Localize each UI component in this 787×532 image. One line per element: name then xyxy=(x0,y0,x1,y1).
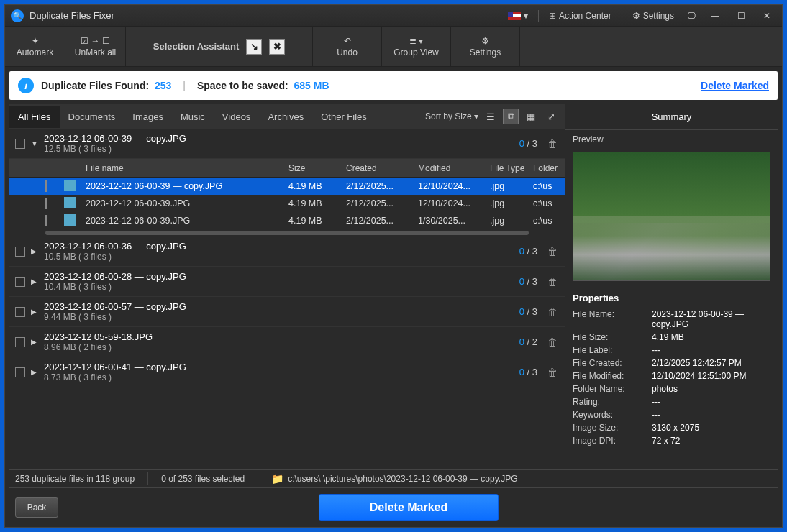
preview-image xyxy=(573,152,770,281)
image-file-icon xyxy=(64,197,76,208)
delete-marked-button[interactable]: Delete Marked xyxy=(319,494,499,521)
group-title: 2023-12-12 06-00-28 — copy.JPG xyxy=(44,271,514,282)
caret-icon[interactable]: ▶ xyxy=(31,338,38,346)
selection-assistant-btn2[interactable]: ✖ xyxy=(269,39,285,55)
minimize-button[interactable]: — xyxy=(706,9,724,22)
caret-icon[interactable]: ▶ xyxy=(31,247,38,255)
caret-icon[interactable]: ▶ xyxy=(31,278,38,285)
trash-icon[interactable]: 🗑 xyxy=(547,276,559,288)
group-header[interactable]: ▼ 2023-12-12 06-00-39 — copy.JPG 12.5 MB… xyxy=(9,129,565,159)
caret-icon[interactable]: ▶ xyxy=(31,368,38,376)
group-checkbox[interactable] xyxy=(15,247,25,257)
properties-title: Properties xyxy=(565,288,778,308)
app-logo-icon xyxy=(11,9,24,22)
group-checkbox[interactable] xyxy=(15,277,25,287)
group-sub: 12.5 MB ( 3 files ) xyxy=(44,144,514,154)
file-type: .jpg xyxy=(490,181,533,191)
summary-bar: i Duplicate Files Found: 253 | Space to … xyxy=(9,71,778,100)
group-sub: 10.5 MB ( 3 files ) xyxy=(44,252,514,262)
fullscreen-icon[interactable]: ⤢ xyxy=(543,109,559,124)
file-modified: 12/10/2024... xyxy=(418,181,490,191)
settings-button[interactable]: ⚙ Settings xyxy=(451,27,520,67)
tab-images[interactable]: Images xyxy=(124,106,172,128)
unmark-all-button[interactable]: ☑ → ☐ UnMark all xyxy=(65,27,126,67)
tab-other-files[interactable]: Other Files xyxy=(312,106,376,128)
close-button[interactable]: ✕ xyxy=(758,9,776,22)
tab-music[interactable]: Music xyxy=(172,106,214,128)
property-row: File Modified:12/10/2024 12:51:00 PM xyxy=(565,370,778,382)
table-row[interactable]: 2023-12-12 06-00-39.JPG 4.19 MB 2/12/202… xyxy=(9,212,565,229)
table-row[interactable]: 2023-12-12 06-00-39.JPG 4.19 MB 2/12/202… xyxy=(9,195,565,212)
group-header[interactable]: ▶ 2023-12-12 06-00-57 — copy.JPG 9.44 MB… xyxy=(9,297,565,327)
chevron-down-icon: ▾ xyxy=(524,11,528,21)
trash-icon[interactable]: 🗑 xyxy=(547,138,559,150)
maximize-button[interactable]: ☐ xyxy=(732,9,750,22)
settings-link-label: Settings xyxy=(643,11,674,21)
language-flag[interactable]: ▾ xyxy=(505,9,531,22)
settings-link[interactable]: ⚙Settings xyxy=(629,9,677,22)
group-header[interactable]: ▶ 2023-12-12 06-00-28 — copy.JPG 10.4 MB… xyxy=(9,267,565,297)
found-label: Duplicate Files Found: xyxy=(41,80,149,91)
tab-videos[interactable]: Videos xyxy=(214,106,260,128)
trash-icon[interactable]: 🗑 xyxy=(547,367,559,378)
col-size: Size xyxy=(288,163,346,173)
tab-archives[interactable]: Archives xyxy=(259,106,312,128)
horizontal-scrollbar[interactable] xyxy=(45,231,529,235)
group-header[interactable]: ▶ 2023-12-12 05-59-18.JPG 8.96 MB ( 2 fi… xyxy=(9,327,565,357)
group-checkbox[interactable] xyxy=(15,367,25,377)
notification-button[interactable]: 🖵 xyxy=(684,9,699,22)
group-count: 0 / 3 xyxy=(519,367,537,377)
row-checkbox[interactable] xyxy=(45,180,47,192)
file-folder: c:\us xyxy=(533,198,565,208)
property-row: File Label:--- xyxy=(565,344,778,357)
prop-value: --- xyxy=(652,397,770,407)
gear-icon: ⚙ xyxy=(481,36,489,46)
gear-icon: ⚙ xyxy=(632,11,640,21)
automark-button[interactable]: ✦ Automark xyxy=(5,27,65,67)
tab-documents[interactable]: Documents xyxy=(60,106,124,128)
view-detail-icon[interactable]: ⧉ xyxy=(503,109,519,124)
prop-label: File Name: xyxy=(573,309,652,329)
caret-icon[interactable]: ▼ xyxy=(31,139,38,147)
property-row: File Size:4.19 MB xyxy=(565,331,778,344)
prop-value: 2/12/2025 12:42:57 PM xyxy=(652,358,770,368)
trash-icon[interactable]: 🗑 xyxy=(547,336,559,348)
row-checkbox[interactable] xyxy=(45,198,47,209)
group-header[interactable]: ▶ 2023-12-12 06-00-36 — copy.JPG 10.5 MB… xyxy=(9,237,565,267)
group-view-button[interactable]: ≣ ▾ Group View xyxy=(382,27,451,67)
display-icon: 🖵 xyxy=(687,11,696,21)
info-icon: i xyxy=(18,78,34,93)
view-list-icon[interactable]: ☰ xyxy=(483,109,499,124)
prop-label: Image Size: xyxy=(573,423,652,433)
table-row[interactable]: 2023-12-12 06-00-39 — copy.JPG 4.19 MB 2… xyxy=(9,178,565,195)
tab-all-files[interactable]: All Files xyxy=(9,106,60,128)
undo-button[interactable]: ↶ Undo xyxy=(313,27,382,67)
group-header[interactable]: ▶ 2023-12-12 06-00-41 — copy.JPG 8.73 MB… xyxy=(9,357,565,387)
group-checkbox[interactable] xyxy=(15,337,25,347)
undo-icon: ↶ xyxy=(344,36,351,46)
trash-icon[interactable]: 🗑 xyxy=(547,246,559,257)
col-created: Created xyxy=(346,163,418,173)
property-row: File Created:2/12/2025 12:42:57 PM xyxy=(565,357,778,370)
group-checkbox[interactable] xyxy=(15,139,25,149)
caret-icon[interactable]: ▶ xyxy=(31,308,38,316)
group-checkbox[interactable] xyxy=(15,307,25,317)
group-sub: 9.44 MB ( 3 files ) xyxy=(44,312,514,322)
file-modified: 12/10/2024... xyxy=(418,198,490,208)
row-checkbox[interactable] xyxy=(45,215,47,226)
prop-label: Folder Name: xyxy=(573,384,652,394)
file-size: 4.19 MB xyxy=(288,181,346,191)
back-button[interactable]: Back xyxy=(15,497,58,518)
file-created: 2/12/2025... xyxy=(346,198,418,208)
selection-assistant-btn1[interactable]: ↘ xyxy=(246,39,262,55)
sort-dropdown[interactable]: Sort by Size ▾ xyxy=(425,111,478,121)
status-group-count: 253 duplicate files in 118 group xyxy=(15,474,135,484)
action-center-button[interactable]: ⊞Action Center xyxy=(546,9,614,22)
delete-marked-link[interactable]: Delete Marked xyxy=(701,80,769,91)
file-list[interactable]: ▼ 2023-12-12 06-00-39 — copy.JPG 12.5 MB… xyxy=(9,129,565,467)
group-count: 0 / 3 xyxy=(519,246,537,257)
selection-assistant: Selection Assistant ↘ ✖ xyxy=(126,27,313,67)
view-grid-icon[interactable]: ▦ xyxy=(523,109,539,124)
trash-icon[interactable]: 🗑 xyxy=(547,306,559,318)
prop-value: --- xyxy=(652,345,770,355)
